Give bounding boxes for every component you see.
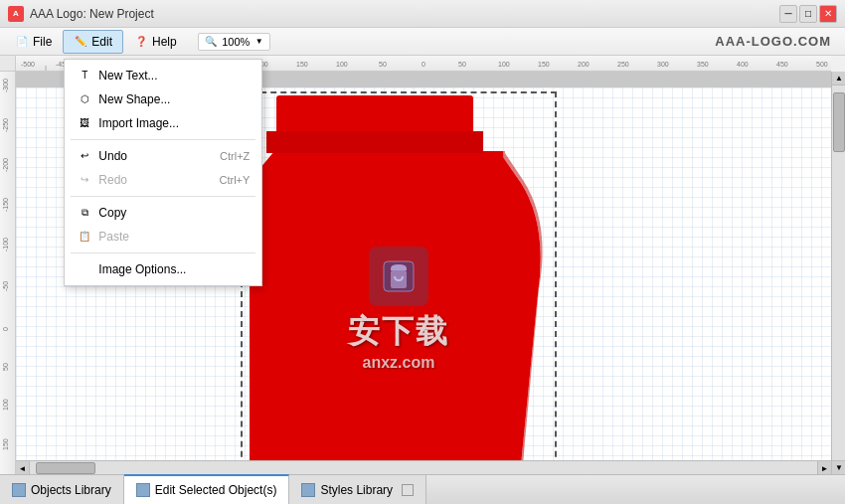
tab-edit-label: Edit Selected Object(s) xyxy=(155,483,277,497)
ruler-vertical: -300 -250 -200 -150 -100 -50 0 50 100 15… xyxy=(0,72,16,474)
sep3 xyxy=(71,252,255,253)
svg-text:150: 150 xyxy=(296,61,308,68)
svg-text:100: 100 xyxy=(336,61,348,68)
copy-item[interactable]: ⧉ Copy xyxy=(65,201,261,225)
svg-text:0: 0 xyxy=(422,61,425,68)
svg-text:-50: -50 xyxy=(2,281,9,291)
copy-label: Copy xyxy=(98,206,126,220)
zoom-value: 100% xyxy=(219,36,254,48)
new-text-icon: T xyxy=(77,68,92,84)
file-menu[interactable]: 📄 File xyxy=(4,30,63,54)
maximize-button[interactable]: □ xyxy=(799,5,817,23)
edit-menu[interactable]: ✏️ Edit T New Text... ⬡ New Shape... 🖼 I… xyxy=(63,30,123,54)
undo-label: Undo xyxy=(98,149,127,163)
svg-text:50: 50 xyxy=(458,61,466,68)
redo-item[interactable]: ↪ Redo Ctrl+Y xyxy=(65,168,261,192)
minimize-button[interactable]: ─ xyxy=(779,5,797,23)
image-options-item[interactable]: Image Options... xyxy=(65,257,261,281)
scroll-left-button[interactable]: ◄ xyxy=(16,461,30,475)
bottom-tabs: Objects Library Edit Selected Object(s) … xyxy=(0,474,845,504)
copy-icon: ⧉ xyxy=(77,205,92,221)
tab-objects-label: Objects Library xyxy=(31,483,111,497)
svg-text:150: 150 xyxy=(538,61,550,68)
tab-styles-label: Styles Library xyxy=(320,483,393,497)
svg-text:350: 350 xyxy=(697,61,709,68)
edit-icon: ✏️ xyxy=(74,35,87,49)
scroll-thumb-h[interactable] xyxy=(36,462,95,474)
objects-library-icon xyxy=(12,483,26,497)
window-controls: ─ □ ✕ xyxy=(779,5,837,23)
file-label: File xyxy=(33,35,52,49)
help-label: Help xyxy=(152,35,177,49)
svg-text:50: 50 xyxy=(2,363,9,371)
svg-text:100: 100 xyxy=(2,399,9,411)
svg-text:-300: -300 xyxy=(2,79,9,92)
svg-text:-250: -250 xyxy=(2,118,9,132)
svg-rect-46 xyxy=(20,491,24,495)
new-shape-item[interactable]: ⬡ New Shape... xyxy=(65,87,261,111)
tab-styles-library[interactable]: Styles Library xyxy=(289,475,426,504)
app-icon: A xyxy=(8,6,24,22)
undo-item[interactable]: ↩ Undo Ctrl+Z xyxy=(65,144,261,168)
redo-icon: ↪ xyxy=(77,172,92,188)
sep1 xyxy=(71,139,255,140)
import-icon: 🖼 xyxy=(77,115,92,131)
scroll-thumb-v[interactable] xyxy=(833,92,845,152)
scroll-down-button[interactable]: ▼ xyxy=(832,460,845,474)
svg-text:300: 300 xyxy=(657,61,669,68)
svg-point-51 xyxy=(306,488,310,492)
edit-label: Edit xyxy=(91,35,112,49)
svg-text:50: 50 xyxy=(379,61,387,68)
options-icon xyxy=(77,261,92,277)
new-shape-icon: ⬡ xyxy=(77,91,92,107)
svg-rect-44 xyxy=(20,485,24,489)
file-icon: 📄 xyxy=(15,35,29,49)
styles-library-icon xyxy=(301,483,315,497)
redo-shortcut: Ctrl+Y xyxy=(219,174,250,186)
new-text-label: New Text... xyxy=(98,69,157,83)
new-text-item[interactable]: T New Text... xyxy=(65,64,261,87)
zoom-control[interactable]: 🔍 100% ▼ xyxy=(198,33,270,51)
close-button[interactable]: ✕ xyxy=(819,5,837,23)
vertical-scrollbar[interactable]: ▲ ▼ xyxy=(831,72,845,474)
sep2 xyxy=(71,196,255,197)
shape-wrapper[interactable]: 安下载 anxz.com xyxy=(245,95,553,474)
styles-expand-button[interactable] xyxy=(402,484,414,496)
svg-text:100: 100 xyxy=(498,61,510,68)
svg-text:0: 0 xyxy=(2,327,9,331)
brand-label: AAA-LOGO.COM xyxy=(715,34,831,49)
horizontal-scrollbar[interactable]: ◄ ► xyxy=(16,460,831,474)
svg-rect-45 xyxy=(14,491,18,495)
help-icon: ❓ xyxy=(134,35,148,49)
import-label: Import Image... xyxy=(98,116,179,130)
undo-shortcut: Ctrl+Z xyxy=(220,150,250,162)
svg-text:-500: -500 xyxy=(21,61,35,68)
undo-icon: ↩ xyxy=(77,148,92,164)
paste-item[interactable]: 📋 Paste xyxy=(65,225,261,249)
svg-text:150: 150 xyxy=(2,438,9,450)
svg-text:-100: -100 xyxy=(2,238,9,252)
scroll-up-button[interactable]: ▲ xyxy=(832,72,845,85)
scroll-right-button[interactable]: ► xyxy=(817,461,831,475)
svg-text:400: 400 xyxy=(737,61,749,68)
edit-object-icon xyxy=(136,483,150,497)
tab-edit-object[interactable]: Edit Selected Object(s) xyxy=(124,474,290,504)
edit-dropdown: T New Text... ⬡ New Shape... 🖼 Import Im… xyxy=(64,59,262,286)
window-title: AAA Logo: New Project xyxy=(30,7,779,21)
help-menu[interactable]: ❓ Help xyxy=(123,30,188,54)
paste-label: Paste xyxy=(98,230,129,244)
zoom-decrease-icon[interactable]: 🔍 xyxy=(205,36,217,47)
zoom-dropdown-icon[interactable]: ▼ xyxy=(255,37,263,46)
import-image-item[interactable]: 🖼 Import Image... xyxy=(65,111,261,135)
svg-rect-43 xyxy=(14,485,18,489)
svg-text:250: 250 xyxy=(617,61,629,68)
svg-text:-150: -150 xyxy=(2,198,9,212)
svg-text:500: 500 xyxy=(816,61,828,68)
redo-label: Redo xyxy=(98,173,127,187)
tab-objects-library[interactable]: Objects Library xyxy=(0,475,124,504)
paste-icon: 📋 xyxy=(77,229,92,245)
title-bar: A AAA Logo: New Project ─ □ ✕ xyxy=(0,0,845,28)
svg-text:200: 200 xyxy=(578,61,590,68)
new-shape-label: New Shape... xyxy=(98,92,170,106)
selection-border xyxy=(241,91,557,474)
